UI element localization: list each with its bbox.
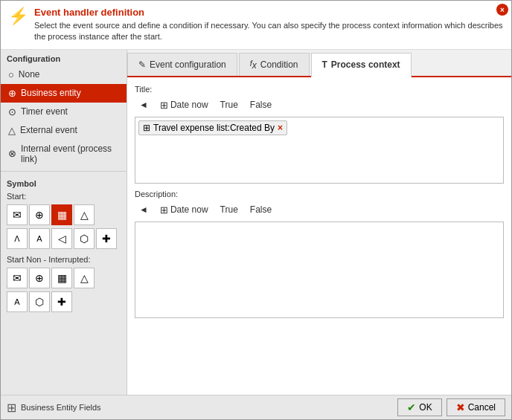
start-symbol-grid[interactable]: ▦	[51, 204, 72, 225]
sidebar-item-business-entity[interactable]: ⊕ Business entity	[1, 84, 127, 103]
event-config-icon: ✎	[138, 59, 146, 70]
dialog-description: Select the event source and define a con…	[34, 20, 504, 43]
dialog-footer: ⊞ Business Entity Fields ✔ OK ✖ Cancel	[1, 395, 511, 419]
title-arrow-btn[interactable]: ◄	[135, 98, 153, 112]
sidebar-item-internal-label: Internal event (process link)	[21, 143, 121, 164]
start-symbols-row1: ✉ ⊕ ▦ △	[1, 203, 127, 227]
description-field-box[interactable]	[135, 222, 504, 318]
internal-icon: ⊗	[8, 148, 16, 159]
tab-content-process-context: Title: ◄ ⊞ Date now True Fal	[127, 77, 511, 395]
title-date-now-btn[interactable]: ⊞ Date now	[156, 98, 213, 112]
none-icon: ○	[8, 69, 14, 80]
ni-symbol-plus[interactable]: ✚	[51, 291, 72, 312]
external-icon: △	[8, 125, 16, 136]
cancel-label: Cancel	[468, 402, 496, 413]
start-symbol-back[interactable]: ◁	[51, 228, 72, 249]
start-symbol-plus[interactable]: ✚	[96, 228, 117, 249]
footer-buttons: ✔ OK ✖ Cancel	[397, 398, 505, 416]
ok-label: OK	[419, 402, 432, 413]
ok-button[interactable]: ✔ OK	[397, 398, 441, 416]
condition-icon: fx	[250, 59, 257, 71]
start-symbol-a[interactable]: A	[29, 228, 50, 249]
title-field-box[interactable]: ⊞ Travel expense list:Created By ×	[135, 117, 504, 184]
description-arrow-btn[interactable]: ◄	[135, 203, 153, 216]
tabs: ✎ Event configuration fx Condition T Pro…	[127, 50, 511, 77]
title-true-label: True	[220, 100, 238, 110]
ni-symbol-a[interactable]: A	[7, 291, 28, 312]
dialog-header: ⚡ Event handler definition Select the ev…	[1, 1, 511, 50]
description-true-label: True	[220, 204, 238, 215]
title-false-btn[interactable]: False	[246, 98, 276, 112]
tab-event-config-label: Event configuration	[150, 59, 226, 70]
description-label: Description:	[135, 190, 504, 198]
process-context-icon: T	[322, 59, 327, 70]
timer-icon: ⊙	[8, 106, 16, 117]
title-field-section: Title: ◄ ⊞ Date now True Fal	[135, 85, 504, 184]
title-tag-icon: ⊞	[143, 123, 150, 133]
cancel-button[interactable]: ✖ Cancel	[447, 398, 505, 416]
symbol-label: Symbol	[1, 175, 127, 190]
footer-label: Business Entity Fields	[21, 403, 101, 412]
fields-icon: ⊞	[7, 401, 16, 415]
title-tag-remove[interactable]: ×	[278, 123, 283, 133]
title-tag-label: Travel expense list:Created By	[153, 123, 275, 133]
close-button[interactable]: ×	[496, 4, 508, 16]
tab-condition-label: Condition	[260, 59, 298, 70]
title-arrow-icon: ◄	[139, 100, 148, 110]
ni-symbol-grid[interactable]: ▦	[51, 268, 72, 288]
description-arrow-icon: ◄	[139, 204, 148, 215]
title-tag: ⊞ Travel expense list:Created By ×	[138, 120, 287, 135]
event-handler-dialog: ⚡ Event handler definition Select the ev…	[0, 0, 512, 420]
sidebar: Configuration ○ None ⊕ Business entity ⊙…	[1, 50, 127, 395]
sidebar-divider	[1, 171, 127, 172]
description-false-label: False	[250, 204, 272, 215]
business-entity-icon: ⊕	[8, 88, 16, 99]
tab-event-configuration[interactable]: ✎ Event configuration	[127, 53, 237, 76]
description-true-btn[interactable]: True	[216, 203, 243, 216]
description-date-now-label: Date now	[170, 204, 208, 215]
description-false-btn[interactable]: False	[246, 203, 276, 216]
sidebar-item-internal-event[interactable]: ⊗ Internal event (process link)	[1, 140, 127, 168]
start-symbol-triangle[interactable]: △	[74, 204, 95, 225]
title-date-icon: ⊞	[160, 100, 168, 111]
start-symbol-hex[interactable]: ⬡	[74, 228, 95, 249]
cancel-x-icon: ✖	[456, 401, 465, 413]
start-symbol-gear[interactable]: ⊕	[29, 204, 50, 225]
sidebar-item-external-event[interactable]: △ External event	[1, 121, 127, 140]
start-symbols-row2: Λ A ◁ ⬡ ✚	[1, 227, 127, 251]
ni-symbol-hex[interactable]: ⬡	[29, 291, 50, 312]
start-ni-symbols-row2: A ⬡ ✚	[1, 290, 127, 314]
start-symbol-mail[interactable]: ✉	[7, 204, 28, 225]
tab-process-context-label: Process context	[331, 59, 400, 70]
ni-symbol-mail[interactable]: ✉	[7, 268, 28, 288]
ni-symbol-triangle[interactable]: △	[74, 268, 95, 288]
sidebar-item-none[interactable]: ○ None	[1, 65, 127, 84]
title-date-now-label: Date now	[170, 100, 208, 110]
main-content: ✎ Event configuration fx Condition T Pro…	[127, 50, 511, 395]
sidebar-item-timer-label: Timer event	[21, 106, 68, 117]
start-ni-label: Start Non - Interrupted:	[1, 251, 127, 266]
dialog-body: Configuration ○ None ⊕ Business entity ⊙…	[1, 50, 511, 395]
configuration-label: Configuration	[1, 50, 127, 65]
start-label: Start:	[1, 190, 127, 203]
start-ni-symbols-row1: ✉ ⊕ ▦ △	[1, 266, 127, 290]
sidebar-item-business-entity-label: Business entity	[21, 88, 81, 98]
description-date-icon: ⊞	[160, 204, 168, 216]
sidebar-item-none-label: None	[19, 69, 40, 80]
ni-symbol-gear[interactable]: ⊕	[29, 268, 50, 288]
dialog-title: Event handler definition	[34, 7, 504, 18]
start-symbol-lambda[interactable]: Λ	[7, 228, 28, 249]
lightning-icon: ⚡	[8, 8, 28, 25]
description-date-now-btn[interactable]: ⊞ Date now	[156, 203, 213, 217]
title-label: Title:	[135, 85, 504, 94]
header-text: Event handler definition Select the even…	[34, 7, 504, 43]
tab-condition[interactable]: fx Condition	[239, 53, 310, 76]
title-true-btn[interactable]: True	[216, 98, 243, 112]
footer-fields-button[interactable]: ⊞ Business Entity Fields	[7, 401, 397, 415]
ok-check-icon: ✔	[407, 401, 416, 413]
sidebar-item-external-label: External event	[20, 125, 77, 135]
description-field-section: Description: ◄ ⊞ Date now True	[135, 190, 504, 318]
sidebar-item-timer-event[interactable]: ⊙ Timer event	[1, 103, 127, 121]
tab-process-context[interactable]: T Process context	[311, 53, 412, 77]
title-false-label: False	[250, 100, 272, 110]
